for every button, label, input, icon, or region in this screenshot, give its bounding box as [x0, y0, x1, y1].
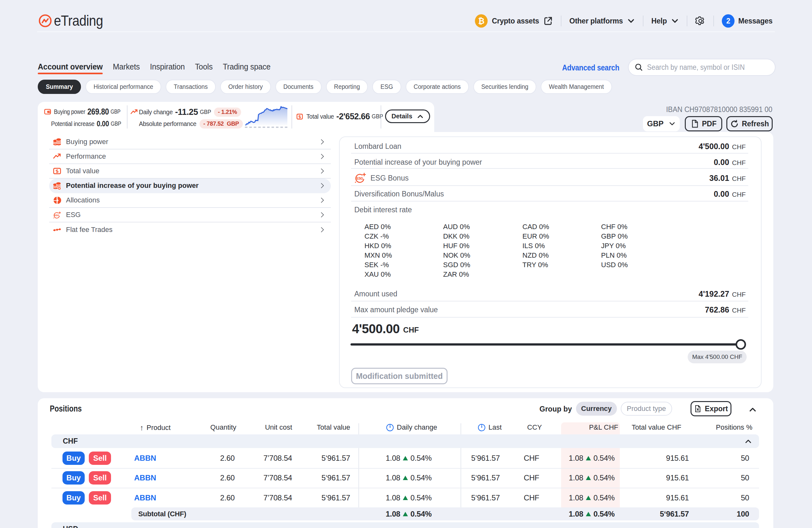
- svg-text:ESG: ESG: [55, 214, 59, 217]
- svg-text:ESG: ESG: [357, 176, 363, 180]
